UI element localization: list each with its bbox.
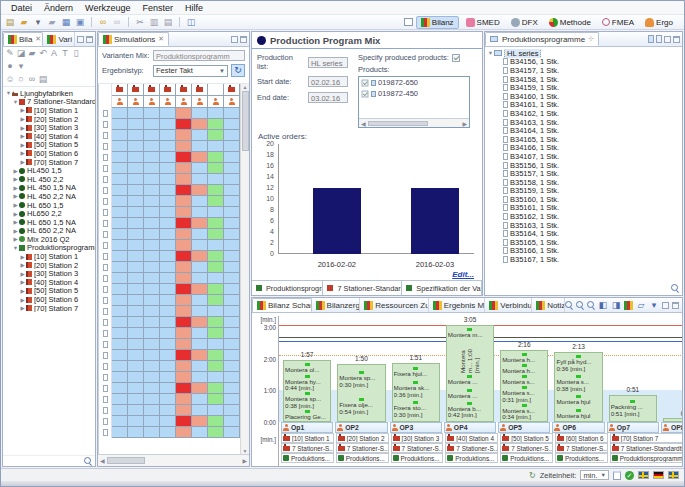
standard-row-cell[interactable]: 7 Stationer-Standardtider [610, 443, 682, 453]
menu-werkzeuge[interactable]: Werkzeuge [79, 3, 136, 13]
views-icon[interactable]: ◫ [185, 17, 197, 28]
zoom-selection-icon[interactable] [587, 301, 595, 309]
matrix-cell[interactable] [176, 196, 192, 207]
station-bar[interactable]: Fyll på hyd...0:36 [min.]Montera s...0:3… [554, 352, 602, 422]
chevron-right-icon[interactable]: ▶ [12, 228, 19, 234]
matrix-cell[interactable] [160, 394, 176, 405]
matrix-cell[interactable] [160, 196, 176, 207]
matrix-cell[interactable] [128, 251, 144, 262]
matrix-cell[interactable] [112, 295, 128, 306]
matrix-cell[interactable] [144, 394, 160, 405]
matrix-row-header[interactable] [99, 196, 112, 207]
matrix-cell[interactable] [112, 108, 128, 119]
perspective-bilanz[interactable]: Bilanz [416, 16, 459, 29]
station-row-cell[interactable]: [60] Station 6 [555, 433, 608, 443]
matrix-cell[interactable] [144, 229, 160, 240]
station-bar[interactable]: Montera sp...0:30 [min.]Fixera olje...0:… [337, 364, 385, 422]
matrix-row-header[interactable] [99, 361, 112, 372]
pin-icon[interactable]: ⊹ [588, 35, 594, 43]
matrix-cell[interactable] [128, 108, 144, 119]
matrix-cell[interactable] [176, 174, 192, 185]
chevron-right-icon[interactable]: ▶ [12, 236, 19, 242]
matrix-cell[interactable] [192, 218, 208, 229]
matrix-cell[interactable] [112, 262, 128, 273]
matrix-cell[interactable] [176, 339, 192, 350]
matrix-cell[interactable] [192, 372, 208, 383]
matrix-cell[interactable] [192, 262, 208, 273]
product-item[interactable]: 019872-650 [359, 77, 469, 88]
matrix-cell[interactable] [176, 218, 192, 229]
matrix-cell[interactable] [208, 328, 224, 339]
task-block[interactable]: Montera ... [448, 388, 492, 400]
matrix-cell[interactable] [224, 405, 240, 416]
matrix-cell[interactable] [144, 328, 160, 339]
maximize-icon[interactable] [673, 36, 680, 43]
scrollbar-thumb[interactable] [242, 91, 249, 151]
mode-icon[interactable]: ● [5, 61, 15, 72]
program-item[interactable]: B35159, 1 Stk. [487, 187, 682, 196]
matrix-row-header[interactable] [99, 229, 112, 240]
matrix-cell[interactable] [192, 383, 208, 394]
chevron-right-icon[interactable]: ▶ [19, 297, 26, 303]
matrix-cell[interactable] [224, 141, 240, 152]
matrix-cell[interactable] [112, 130, 128, 141]
matrix-cell[interactable] [112, 196, 128, 207]
zeiteinheit-select[interactable]: min. ▼ [580, 470, 609, 480]
scroll-up-icon[interactable]: ▲ [243, 84, 248, 90]
matrix-cell[interactable] [192, 328, 208, 339]
matrix-cell[interactable] [192, 119, 208, 130]
tree-item[interactable]: ▶[50] Station 5 [3, 287, 95, 296]
matrix-cell[interactable] [176, 240, 192, 251]
matrix-cell[interactable] [144, 130, 160, 141]
paste-icon[interactable]: ▤ [162, 17, 174, 28]
matrix-cell[interactable] [208, 218, 224, 229]
matrix-cell[interactable] [224, 273, 240, 284]
search-icon[interactable] [671, 284, 679, 292]
matrix-cell[interactable] [208, 207, 224, 218]
matrix-cell[interactable] [208, 251, 224, 262]
matrix-row-header[interactable] [99, 394, 112, 405]
new-document-icon[interactable] [656, 35, 662, 43]
program-item[interactable]: B34158, 1 Stk. [487, 75, 682, 84]
tab-bila[interactable]: Bila✕ [3, 32, 43, 46]
tree-item[interactable]: ▶[20] Station 2 [3, 115, 95, 124]
chevron-down-icon[interactable]: ▼ [12, 245, 19, 251]
chevron-right-icon[interactable]: ▶ [12, 176, 19, 182]
matrix-cell[interactable] [208, 339, 224, 350]
task-block[interactable]: Montera hjul [556, 394, 600, 406]
matrix-cell[interactable] [144, 152, 160, 163]
matrix-cell[interactable] [128, 372, 144, 383]
matrix-row-header[interactable] [99, 130, 112, 141]
program-item[interactable]: B35165, 1 Stk. [487, 238, 682, 247]
perspective-methode[interactable]: Methode [545, 17, 595, 28]
perspective-smed[interactable]: SMED [462, 17, 504, 28]
tree-item[interactable]: ▼7 Stationer-Standardtid [3, 98, 95, 107]
matrix-cell[interactable] [144, 218, 160, 229]
matrix-cell[interactable] [208, 405, 224, 416]
matrix-cell[interactable] [208, 372, 224, 383]
matrix-cell[interactable] [224, 152, 240, 163]
open-dropdown-icon[interactable]: ▾ [32, 17, 44, 28]
matrix-cell[interactable] [112, 141, 128, 152]
matrix-cell[interactable] [208, 416, 224, 427]
editor-tab-7-stationer-standardtider[interactable]: 7 Stationer-Standardtider [323, 281, 402, 295]
standard-row-cell[interactable]: 7 Stationer-S... [445, 443, 498, 453]
tab-ergebnis-methode[interactable]: Ergebnis Methode [429, 298, 486, 312]
matrix-cell[interactable] [176, 130, 192, 141]
task-block[interactable]: Fyll på hyd...0:36 [min.] [556, 354, 600, 373]
tab-bilanzergebnis[interactable]: Bilanzergebnis [312, 298, 361, 312]
standard-row-cell[interactable]: 7 Stationer-S... [336, 443, 389, 453]
tree-item[interactable]: ▶[10] Station 1 [3, 252, 95, 261]
matrix-row-header[interactable] [99, 108, 112, 119]
chevron-right-icon[interactable]: ▶ [12, 185, 19, 191]
matrix-row-header[interactable] [99, 141, 112, 152]
matrix-cell[interactable] [208, 284, 224, 295]
program-item[interactable]: B35158, 1 Stk. [487, 178, 682, 187]
task-block[interactable]: Montera hjul [556, 408, 600, 420]
matrix-cell[interactable] [160, 174, 176, 185]
matrix-cell[interactable] [208, 350, 224, 361]
matrix-cell[interactable] [192, 207, 208, 218]
task-block[interactable]: Placering Ge... [285, 409, 329, 420]
save-icon[interactable]: ▦ [60, 17, 72, 28]
program-row-cell[interactable]: Produktions... [281, 453, 334, 463]
